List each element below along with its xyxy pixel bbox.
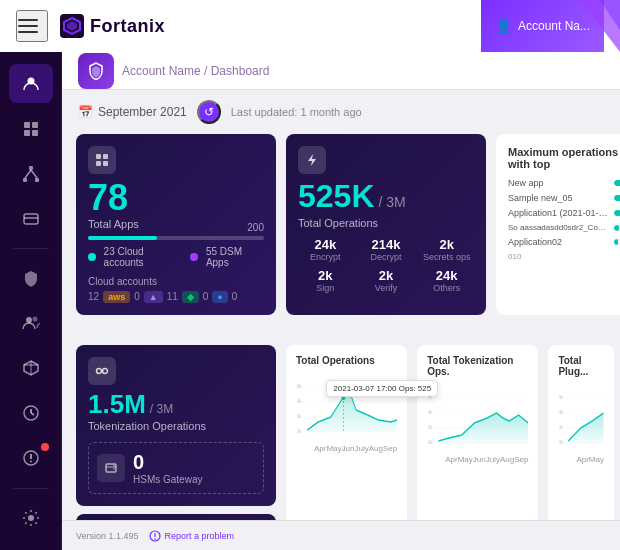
svg-rect-29: [103, 154, 108, 159]
hsm-label: HSMs Gateway: [133, 474, 202, 485]
sidebar-item-shield[interactable]: [9, 259, 53, 298]
secrets-label: Secrets ops: [419, 252, 474, 262]
plugins-chart-svg: 5k 4k 2k 0k: [558, 383, 604, 453]
max-ops-bar-2: [614, 210, 620, 216]
p-x-label-may: May: [589, 455, 604, 464]
verify-num: 2k: [359, 268, 414, 283]
top-header: Fortanix 👤 Account Na...: [0, 0, 620, 52]
svg-point-26: [30, 461, 32, 463]
sidebar-item-box[interactable]: [9, 349, 53, 388]
max-ops-axis: 0 10: [508, 252, 620, 261]
others-num: 24k: [419, 268, 474, 283]
max-ops-bar-bg-2: [614, 210, 620, 216]
token-denom: / 3M: [150, 402, 173, 416]
sidebar-item-network[interactable]: [9, 154, 53, 193]
report-problem-label: Report a problem: [165, 531, 235, 541]
chart-tooltip: 2021-03-07 17:00 Ops: 525: [326, 380, 438, 397]
sign-label: Sign: [298, 283, 353, 293]
svg-text:0k: 0k: [560, 439, 564, 445]
svg-rect-9: [32, 130, 38, 136]
fortanix-logo-icon: [60, 14, 84, 38]
x-label-aug: Aug: [369, 444, 383, 453]
puzzle-icon: [22, 120, 40, 138]
cloud-dot: [88, 253, 96, 261]
aws-count: 0: [134, 291, 140, 302]
content-area: Account Name / Dashboard 📅 September 202…: [62, 52, 620, 550]
link-icon: [95, 364, 109, 378]
svg-point-39: [113, 468, 115, 470]
ops-number: 525K: [298, 178, 375, 215]
sidebar-divider-2: [13, 488, 49, 489]
card-icon: [22, 210, 40, 228]
account-nav-button[interactable]: 👤 Account Na...: [481, 0, 604, 52]
refresh-button[interactable]: ↺: [197, 100, 221, 124]
svg-line-13: [25, 170, 31, 178]
profile-icon: [22, 75, 40, 93]
decrypt-num: 214k: [359, 237, 414, 252]
sidebar-item-users[interactable]: [9, 304, 53, 343]
total-ops-x-labels: Apr May Jun July Aug Sep: [296, 444, 397, 453]
total-apps-card: 78 Total Apps 200 23 Cloud accounts 55 D…: [76, 134, 276, 315]
settings-icon: [22, 509, 40, 527]
max-ops-bar-3: [614, 225, 619, 231]
token-ops-x-labels: Apr May Jun July Aug Sep: [427, 455, 528, 464]
max-ops-label-4: Application02: [508, 237, 608, 247]
sidebar-item-clock[interactable]: [9, 394, 53, 433]
box-icon: [22, 359, 40, 377]
token-icon: [88, 357, 116, 385]
token-number: 1.5M: [88, 389, 146, 420]
svg-text:6k: 6k: [297, 382, 301, 389]
max-ops-bar-bg-0: [614, 180, 620, 186]
alert-badge: [41, 443, 49, 451]
ops-denom: / 3M: [379, 194, 406, 210]
sidebar-item-settings[interactable]: [9, 499, 53, 538]
version-text: Version 1.1.495: [76, 531, 139, 541]
svg-rect-10: [29, 166, 33, 170]
breadcrumb-text: Account Name / Dashboard: [122, 64, 269, 78]
users-icon: [22, 314, 40, 332]
cloud-accounts-section: Cloud accounts 12 aws 0 ▲ 11 ◆ 0 ● 0: [88, 276, 264, 303]
svg-text:0k: 0k: [428, 438, 432, 445]
ops-item-encrypt: 24k Encrypt: [298, 237, 353, 262]
max-ops-bar-1: [614, 195, 620, 201]
token-ops-chart-area: 6k 4k 2k 0k: [427, 383, 528, 453]
logo-area: Fortanix: [60, 14, 165, 38]
tokenization-card: 1.5M / 3M Tokenization Operations 0 HSMs…: [76, 345, 276, 506]
svg-text:5k: 5k: [560, 394, 564, 400]
svg-point-72: [154, 538, 156, 540]
ops-item-decrypt: 214k Decrypt: [359, 237, 414, 262]
token-header: 1.5M / 3M: [88, 389, 264, 420]
cloud2-count: 11: [167, 291, 178, 302]
sidebar-item-card[interactable]: [9, 199, 53, 238]
footer: Version 1.1.495 Report a problem: [62, 520, 620, 550]
max-ops-item-0: New app: [508, 178, 620, 188]
dsm-count-label: 55 DSM Apps: [206, 246, 264, 268]
sidebar: [0, 52, 62, 550]
total-ops-chart-title: Total Operations: [296, 355, 397, 366]
sidebar-item-profile[interactable]: [9, 64, 53, 103]
dsm-dot: [190, 253, 198, 261]
svg-line-14: [31, 170, 37, 178]
hsm-number: 0: [133, 451, 202, 474]
dashboard-header: 📅 September 2021 ↺ Last updated: 1 month…: [62, 90, 620, 134]
hamburger-button[interactable]: [16, 10, 48, 42]
max-ops-card: Maximum operations with top New app Samp…: [496, 134, 620, 315]
sidebar-item-alert[interactable]: [9, 439, 53, 478]
account-shield-icon: [78, 53, 114, 89]
apps-legend-row: 23 Cloud accounts 55 DSM Apps: [88, 246, 264, 268]
x-label-jun: Jun: [342, 444, 355, 453]
network-icon: [22, 165, 40, 183]
max-ops-label-3: So aassadasdd0sdr2_Copy...: [508, 223, 608, 232]
max-ops-label-0: New app: [508, 178, 608, 188]
ops-grid: 24k Encrypt 214k Decrypt 2k Secrets ops …: [298, 237, 474, 293]
verify-label: Verify: [359, 283, 414, 293]
svg-text:4k: 4k: [428, 408, 432, 415]
grid-icon: [95, 153, 109, 167]
svg-text:6k: 6k: [428, 393, 432, 400]
max-ops-item-1: Sample new_05: [508, 193, 620, 203]
hsm-box: 0 HSMs Gateway: [88, 442, 264, 494]
report-problem-link[interactable]: Report a problem: [149, 530, 235, 542]
account-name-label: Account Na...: [518, 19, 590, 33]
cloud3-count: 0: [203, 291, 209, 302]
sidebar-item-puzzle[interactable]: [9, 109, 53, 148]
